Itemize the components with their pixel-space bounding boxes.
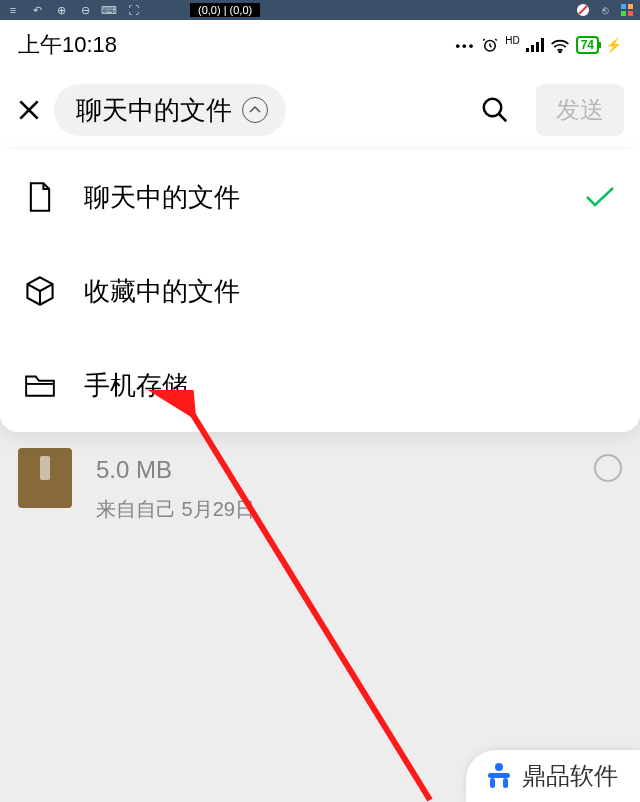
- watermark-text: 鼎品软件: [522, 760, 618, 792]
- svg-point-11: [559, 51, 561, 53]
- source-selector-label: 聊天中的文件: [76, 93, 232, 128]
- file-meta: 来自自己 5月29日: [96, 491, 570, 527]
- folder-icon: [24, 369, 56, 401]
- fullscreen-icon[interactable]: ⛶: [126, 3, 140, 17]
- emulator-toolbar: ≡ ↶ ⊕ ⊖ ⌨ ⛶ (0,0) | (0,0) ⎋: [0, 0, 640, 20]
- status-bar: 上午10:18 ••• HD 74 ⚡: [0, 20, 640, 70]
- chevron-up-icon: [242, 97, 268, 123]
- hd-label: HD: [505, 35, 519, 46]
- svg-rect-2: [621, 4, 626, 9]
- svg-rect-7: [526, 48, 529, 52]
- block-icon[interactable]: [576, 3, 590, 17]
- dropdown-item-chat-files[interactable]: 聊天中的文件: [0, 150, 640, 244]
- file-select-radio[interactable]: [594, 454, 622, 482]
- file-thumbnail-zip-icon: [18, 448, 72, 508]
- status-time: 上午10:18: [18, 30, 117, 60]
- cube-icon: [24, 275, 56, 307]
- alarm-icon: [481, 36, 499, 54]
- signal-icon: [526, 38, 544, 52]
- dropdown-item-favorites[interactable]: 收藏中的文件: [0, 244, 640, 338]
- file-picker-header: 聊天中的文件 发送: [0, 70, 640, 150]
- svg-rect-9: [536, 42, 539, 52]
- wifi-icon: [550, 38, 570, 53]
- close-icon[interactable]: [16, 97, 42, 123]
- zoom-in-icon[interactable]: ⊕: [54, 3, 68, 17]
- keyboard-icon[interactable]: ⌨: [102, 3, 116, 17]
- file-icon: [24, 181, 56, 213]
- exit-icon[interactable]: ⎋: [598, 3, 612, 17]
- menu-icon[interactable]: ≡: [6, 3, 20, 17]
- dropdown-item-label: 收藏中的文件: [84, 274, 240, 309]
- coordinates-display: (0,0) | (0,0): [190, 3, 260, 17]
- check-icon: [584, 185, 616, 209]
- undo-icon[interactable]: ↶: [30, 3, 44, 17]
- send-button[interactable]: 发送: [536, 84, 624, 136]
- search-icon[interactable]: [480, 95, 510, 125]
- svg-rect-8: [531, 45, 534, 52]
- source-dropdown: 聊天中的文件 收藏中的文件 手机存储: [0, 150, 640, 432]
- source-selector-pill[interactable]: 聊天中的文件: [54, 84, 286, 136]
- send-button-label: 发送: [556, 96, 604, 123]
- svg-rect-17: [503, 778, 508, 788]
- file-list: 5.0 MB 来自自己 5月29日: [0, 440, 640, 535]
- svg-rect-10: [541, 38, 544, 52]
- battery-indicator: 74: [576, 36, 599, 54]
- dropdown-item-label: 聊天中的文件: [84, 180, 240, 215]
- watermark: 鼎品软件: [466, 750, 640, 802]
- svg-rect-3: [628, 4, 633, 9]
- apps-icon[interactable]: [620, 3, 634, 17]
- svg-point-12: [484, 99, 502, 117]
- file-row[interactable]: 5.0 MB 来自自己 5月29日: [18, 440, 622, 535]
- svg-rect-4: [621, 11, 626, 16]
- zoom-out-icon[interactable]: ⊖: [78, 3, 92, 17]
- more-icon: •••: [456, 38, 476, 53]
- dropdown-item-storage[interactable]: 手机存储: [0, 338, 640, 432]
- svg-point-14: [495, 763, 503, 771]
- file-size: 5.0 MB: [96, 448, 570, 491]
- svg-rect-5: [628, 11, 633, 16]
- dropdown-item-label: 手机存储: [84, 368, 188, 403]
- svg-rect-15: [488, 773, 510, 778]
- charging-icon: ⚡: [605, 37, 622, 53]
- phone-screen: 上午10:18 ••• HD 74 ⚡ 聊天中的文件 发送: [0, 20, 640, 802]
- svg-rect-16: [490, 778, 495, 788]
- watermark-logo-icon: [484, 761, 514, 791]
